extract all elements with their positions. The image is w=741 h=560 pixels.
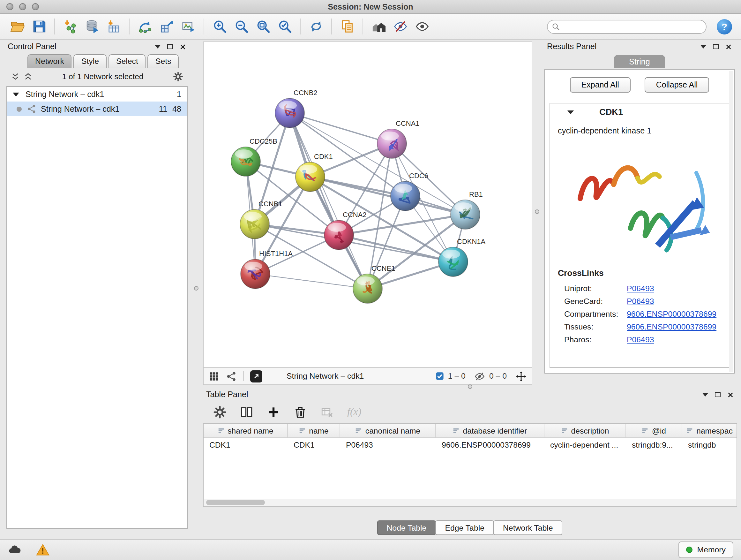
close-panel-icon[interactable] [179,43,186,50]
table-cell[interactable]: 9606.ENSP00000378699 [436,440,544,449]
detach-view-button[interactable] [250,370,262,382]
tab-node-table[interactable]: Node Table [377,520,436,535]
zoom-fit-icon[interactable] [252,17,274,37]
warning-icon[interactable] [36,543,50,557]
open-session-icon[interactable] [6,17,28,37]
fit-move-icon[interactable] [516,371,527,381]
section-collapse-icon[interactable] [567,110,574,114]
network-edge[interactable] [310,177,465,214]
export-document-icon[interactable] [336,17,358,37]
close-panel-icon[interactable] [727,391,734,398]
zoom-out-icon[interactable] [230,17,252,37]
column-header-4[interactable]: description [544,424,626,437]
network-edge[interactable] [255,274,367,289]
network-graph[interactable]: CCNB2CCNA1CDC25BCDK1CDC6RB1CCNB1CCNA2CDK… [204,42,532,367]
column-header-1[interactable]: name [288,424,340,437]
hide-eye-icon[interactable] [389,17,411,37]
columns-icon[interactable] [240,405,253,419]
tab-style[interactable]: Style [74,54,107,68]
close-panel-icon[interactable] [725,43,732,50]
column-header-3[interactable]: database identifier [436,424,544,437]
tab-select[interactable]: Select [109,54,146,68]
network-view: CCNB2CCNA1CDC25BCDK1CDC6RB1CCNB1CCNA2CDK… [203,42,532,385]
table-cell[interactable]: P06493 [340,440,436,449]
table-cell[interactable]: CDK1 [288,440,340,449]
float-panel-icon[interactable] [715,392,721,397]
results-scrollbar[interactable] [729,71,733,372]
save-session-icon[interactable] [28,17,50,37]
column-header-6[interactable]: namespac [682,424,737,437]
expand-all-button[interactable]: Expand All [570,77,630,92]
collapse-all-button[interactable]: Collapse All [645,77,710,92]
tab-sets[interactable]: Sets [148,54,179,68]
show-eye-icon[interactable] [411,17,433,37]
crosslink-value-link[interactable]: P06493 [627,335,654,344]
plus-icon[interactable] [267,405,280,419]
expand-all-networks-icon[interactable] [11,72,20,81]
minimize-window-button[interactable] [19,3,26,10]
network-edge[interactable] [339,235,453,262]
houses-icon[interactable] [367,17,389,37]
collapse-panel-icon[interactable] [702,393,709,396]
float-panel-icon[interactable] [713,44,719,49]
table-horizontal-scrollbar[interactable] [204,499,736,506]
collapse-panel-icon[interactable] [154,45,161,49]
first-neighbors-icon[interactable] [134,17,156,37]
crosslink-value-link[interactable]: P06493 [627,297,654,306]
trash-icon[interactable] [293,405,307,419]
scrollbar-thumb[interactable] [206,500,265,505]
network-edge[interactable] [290,113,392,144]
import-network-file-icon[interactable] [59,17,81,37]
cloud-status-icon[interactable] [8,543,22,557]
gear-icon[interactable] [213,405,226,419]
tab-network-table[interactable]: Network Table [493,520,562,535]
export-image-icon[interactable] [178,17,199,37]
birds-eye-view-icon[interactable] [209,371,219,381]
tree-expander-icon[interactable] [13,92,19,96]
table-row[interactable]: CDK1CDK1P064939606.ENSP00000378699cyclin… [204,438,737,451]
new-network-view-icon[interactable] [156,17,178,37]
network-overview-icon[interactable] [226,371,237,381]
main-toolbar: ? [0,14,741,40]
table-cell[interactable]: stringdb:9... [626,440,682,449]
hidden-count: 0 – 0 [489,372,507,381]
network-options-gear-icon[interactable] [173,71,183,81]
import-network-database-icon[interactable] [81,17,103,37]
refresh-layout-icon[interactable] [305,17,327,37]
column-header-2[interactable]: canonical name [340,424,436,437]
horizontal-splitter-handle[interactable] [468,384,472,389]
crosslink-row: Uniprot:P06493 [558,282,721,295]
protein-section-header[interactable]: CDK1 [550,104,729,121]
collapse-panel-icon[interactable] [700,45,706,49]
column-header-0[interactable]: shared name [204,424,288,437]
table-cell[interactable]: stringdb [682,440,737,449]
search-input[interactable] [547,19,706,34]
tab-string[interactable]: String [614,55,665,68]
crosslink-value-link[interactable]: 9606.ENSP00000378699 [627,310,717,319]
hidden-eye-icon[interactable] [475,371,485,381]
network-collection-row[interactable]: String Network – cdk1 1 [7,87,187,102]
close-window-button[interactable] [6,3,13,10]
zoom-window-button[interactable] [32,3,39,10]
zoom-selected-icon[interactable] [274,17,295,37]
selected-checkbox-icon[interactable] [435,372,444,381]
crosslink-value-link[interactable]: 9606.ENSP00000378699 [627,322,717,331]
crosslink-value-link[interactable]: P06493 [627,284,654,293]
collapse-all-networks-icon[interactable] [23,72,32,81]
float-panel-icon[interactable] [167,44,173,49]
zoom-in-icon[interactable] [209,17,230,37]
help-button[interactable]: ? [717,19,732,34]
tab-edge-table[interactable]: Edge Table [435,520,494,535]
column-header-5[interactable]: @id [626,424,682,437]
tab-network[interactable]: Network [27,54,72,68]
node-gloss [394,184,412,193]
table-cell[interactable]: CDK1 [204,440,288,449]
network-edge[interactable] [290,113,367,289]
memory-button[interactable]: Memory [679,542,734,558]
vertical-splitter-handle[interactable] [535,209,539,214]
network-canvas[interactable]: CCNB2CCNA1CDC25BCDK1CDC6RB1CCNB1CCNA2CDK… [204,42,532,367]
table-cell[interactable]: cyclin-dependent ... [544,440,626,449]
network-row[interactable]: String Network – cdk1 11 48 [7,102,187,116]
import-table-icon[interactable] [103,17,125,37]
vertical-splitter-handle[interactable] [194,286,199,291]
